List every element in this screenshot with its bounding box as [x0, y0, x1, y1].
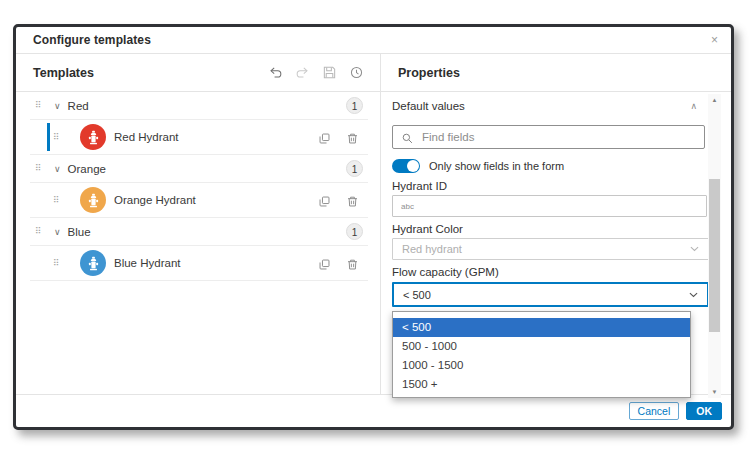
- template-tree: ⠿ ∨ Red 1 ⠿ Red Hydrant: [30, 92, 368, 281]
- search-input[interactable]: [422, 131, 696, 143]
- group-row-orange[interactable]: ⠿ ∨ Orange 1: [30, 155, 368, 183]
- duplicate-icon[interactable]: [318, 257, 331, 270]
- group-row-red[interactable]: ⠿ ∨ Red 1: [30, 92, 368, 120]
- drag-handle-icon[interactable]: ⠿: [35, 164, 46, 173]
- trash-icon[interactable]: [346, 131, 359, 144]
- flow-capacity-dropdown: < 500 500 - 1000 1000 - 1500 1500 +: [392, 311, 691, 398]
- drag-handle-icon[interactable]: ⠿: [35, 101, 46, 110]
- scroll-down-icon[interactable]: ▼: [708, 386, 721, 398]
- count-badge: 1: [346, 97, 363, 114]
- dropdown-option[interactable]: 500 - 1000: [393, 337, 690, 356]
- properties-content: Default values ∧ Only show fields in the…: [381, 92, 731, 394]
- chevron-up-icon[interactable]: ∧: [690, 101, 697, 111]
- drag-handle-icon[interactable]: ⠿: [53, 259, 64, 268]
- dialog-footer: Cancel OK: [16, 394, 731, 427]
- properties-scrollbar[interactable]: ▲ ▼: [708, 94, 721, 398]
- duplicate-icon[interactable]: [318, 194, 331, 207]
- item-label: Orange Hydrant: [114, 194, 196, 206]
- hydrant-color-select: Red hydrant: [392, 238, 709, 260]
- drag-handle-icon[interactable]: ⠿: [53, 196, 64, 205]
- configure-templates-dialog: Configure templates × Templates ⠿ ∨ Red: [13, 24, 734, 430]
- dialog-title: Configure templates: [33, 33, 151, 47]
- group-label: Blue: [68, 226, 91, 238]
- trash-icon[interactable]: [346, 194, 359, 207]
- hydrant-avatar: [80, 187, 106, 213]
- chevron-down-icon[interactable]: ∨: [54, 101, 61, 111]
- close-icon[interactable]: ×: [711, 34, 718, 46]
- default-values-section[interactable]: Default values ∧: [392, 98, 697, 113]
- scrollbar-thumb[interactable]: [709, 179, 720, 332]
- template-item-blue-hydrant[interactable]: ⠿ Blue Hydrant: [30, 246, 368, 281]
- toggle-knob: [407, 160, 419, 172]
- group-label: Orange: [68, 163, 106, 175]
- trash-icon[interactable]: [346, 257, 359, 270]
- chevron-down-icon: [689, 292, 698, 298]
- chevron-down-icon[interactable]: ∨: [54, 164, 61, 174]
- count-badge: 1: [346, 223, 363, 240]
- properties-panel-header: Properties: [381, 54, 731, 92]
- cancel-button[interactable]: Cancel: [629, 402, 680, 420]
- drag-handle-icon[interactable]: ⠿: [53, 133, 64, 142]
- toggle-switch[interactable]: [392, 159, 420, 173]
- group-label: Red: [68, 100, 89, 112]
- form-fields-toggle-row: Only show fields in the form: [392, 158, 564, 174]
- flow-capacity-select[interactable]: < 500: [392, 282, 709, 307]
- redo-icon: [295, 65, 310, 80]
- duplicate-icon[interactable]: [318, 131, 331, 144]
- template-item-red-hydrant[interactable]: ⠿ Red Hydrant: [30, 120, 368, 155]
- dropdown-option[interactable]: 1000 - 1500: [393, 356, 690, 375]
- templates-toolbar: [268, 65, 364, 80]
- dropdown-option[interactable]: < 500: [393, 318, 690, 337]
- item-label: Red Hydrant: [114, 131, 179, 143]
- dialog-titlebar: Configure templates ×: [16, 27, 731, 54]
- chevron-down-icon: [690, 246, 699, 252]
- hydrant-avatar: [80, 124, 106, 150]
- drag-handle-icon[interactable]: ⠿: [35, 227, 46, 236]
- count-badge: 1: [346, 160, 363, 177]
- ok-button[interactable]: OK: [686, 402, 722, 420]
- selection-indicator: [47, 123, 50, 151]
- templates-panel: Templates ⠿ ∨ Red 1: [16, 54, 381, 394]
- properties-title: Properties: [398, 66, 460, 80]
- find-fields-searchbox[interactable]: [392, 125, 705, 149]
- templates-panel-header: Templates: [16, 54, 380, 92]
- toggle-label: Only show fields in the form: [429, 160, 564, 172]
- chevron-down-icon[interactable]: ∨: [54, 227, 61, 237]
- dropdown-option[interactable]: 1500 +: [393, 375, 690, 394]
- properties-panel: Properties Default values ∧ Only show fi…: [381, 54, 731, 394]
- hydrant-avatar: [80, 250, 106, 276]
- group-row-blue[interactable]: ⠿ ∨ Blue 1: [30, 218, 368, 246]
- undo-icon[interactable]: [268, 65, 283, 80]
- hydrant-color-label: Hydrant Color: [392, 223, 463, 235]
- hydrant-id-input[interactable]: [392, 195, 707, 217]
- templates-title: Templates: [33, 66, 94, 80]
- flow-capacity-label: Flow capacity (GPM): [392, 266, 499, 278]
- search-icon: [401, 131, 414, 144]
- history-icon[interactable]: [349, 65, 364, 80]
- hydrant-id-label: Hydrant ID: [392, 180, 447, 192]
- template-item-orange-hydrant[interactable]: ⠿ Orange Hydrant: [30, 183, 368, 218]
- scroll-up-icon[interactable]: ▲: [708, 94, 721, 106]
- save-icon[interactable]: [322, 65, 337, 80]
- item-label: Blue Hydrant: [114, 257, 180, 269]
- section-title: Default values: [392, 100, 465, 112]
